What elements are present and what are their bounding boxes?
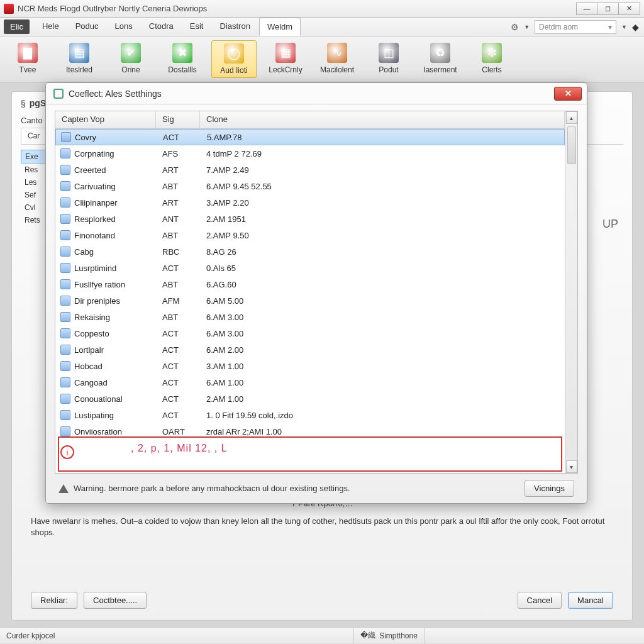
row-sig: OART bbox=[156, 427, 200, 436]
table-row[interactable]: CliipinanperART3.AMP 2.20 bbox=[55, 194, 565, 211]
row-icon bbox=[60, 394, 70, 404]
menu-item[interactable]: Lons bbox=[108, 18, 140, 36]
table-row[interactable]: LortlpalrACT6.AM 2.00 bbox=[55, 341, 565, 358]
table-row[interactable]: CabgRBC8.AG 26 bbox=[55, 243, 565, 260]
row-icon bbox=[60, 312, 70, 322]
table-row[interactable]: LustipatingACT1. 0 Fitf 19.59 cold,.izdo bbox=[55, 407, 565, 423]
toolbar-label: Dostallls bbox=[161, 65, 204, 74]
dialog-icon bbox=[53, 89, 64, 99]
table-row[interactable]: LusrptimindACT0.Als 65 bbox=[55, 260, 565, 276]
window-close-button[interactable]: ✕ bbox=[619, 3, 640, 15]
menu-elic[interactable]: Elic bbox=[4, 19, 30, 34]
row-sig: ABT bbox=[156, 313, 200, 322]
row-icon bbox=[60, 426, 70, 436]
menu-item[interactable]: Ctodra bbox=[142, 18, 181, 36]
row-name: Cliipinanper bbox=[74, 198, 118, 208]
menu-item-active[interactable]: Weldm bbox=[259, 18, 301, 36]
table-row[interactable]: CreertedART7.AMP 2.49 bbox=[55, 162, 565, 178]
row-sig: RBC bbox=[156, 247, 200, 257]
panel-footer: Rekliar: Coctbtee..... Cancel Mancal bbox=[31, 592, 613, 609]
row-icon bbox=[60, 328, 70, 338]
table-row[interactable]: ResplorkedANT2.AM 1951 bbox=[55, 211, 565, 227]
cancel-button[interactable]: Cancel bbox=[518, 592, 562, 609]
vertical-scrollbar[interactable]: ▴ ▾ bbox=[565, 111, 577, 473]
col-header-sig[interactable]: Sig bbox=[156, 111, 200, 128]
table-row[interactable]: FinonotandABT2.AMP 9.50 bbox=[55, 227, 565, 243]
badge-icon: ▇ bbox=[18, 43, 38, 63]
table-row[interactable]: Dir preniplesAFM6.AM 5.00 bbox=[55, 292, 565, 309]
paragraph-text: Have nwelanr is mehes. Out–a coided to v… bbox=[31, 516, 613, 538]
table-row[interactable]: ConouationalACT2.AM 1.00 bbox=[55, 391, 565, 407]
row-clone: 2.AM 1951 bbox=[200, 214, 565, 224]
table-row[interactable]: OnviiosrationOARTzrdal ARr 2;AMI 1.00 bbox=[55, 423, 565, 440]
row-icon bbox=[60, 148, 70, 158]
menu-item[interactable]: Diastron bbox=[212, 18, 257, 36]
toolbar-clerts[interactable]: ❇Clerts bbox=[469, 40, 514, 78]
table-row[interactable]: Fusllfye rationABT6.AG.60 bbox=[55, 276, 565, 292]
window-title: NCR Meds Flogd Outlryber Nortly Ceneria … bbox=[18, 4, 572, 13]
col-header-name[interactable]: Capten Vop bbox=[55, 111, 156, 128]
table-row[interactable]: CorpnatingAFS4 tdmP 2 72.69 bbox=[55, 145, 565, 162]
toolbar-macilolent[interactable]: ∿Macilolent bbox=[314, 40, 360, 78]
context-dropdown[interactable]: Detdm aom ▾ bbox=[535, 20, 616, 34]
row-clone: 6.AM 3.00 bbox=[200, 313, 565, 322]
table-row[interactable]: CarivuatingABT6.AMP 9.45 52.55 bbox=[55, 178, 565, 194]
menu-item[interactable]: Esit bbox=[182, 18, 211, 36]
toolbar-label: LeckCrnly bbox=[264, 65, 307, 74]
chevron-down-icon: ▾ bbox=[608, 23, 612, 31]
vicnings-button[interactable]: Vicnings bbox=[525, 480, 574, 497]
row-icon bbox=[60, 197, 70, 208]
coctbtee-button[interactable]: Coctbtee..... bbox=[84, 592, 147, 609]
toolbar-dostallls[interactable]: ✖Dostallls bbox=[160, 40, 205, 78]
window-maximize-button[interactable]: ◻ bbox=[597, 3, 619, 15]
table-row[interactable]: CangoadACT6.AM 1.00 bbox=[55, 374, 565, 391]
chrome-icon: ◯ bbox=[224, 43, 244, 64]
col-header-clone[interactable]: Clone bbox=[200, 111, 565, 128]
row-sig: ACT bbox=[156, 411, 200, 420]
warning-row: Warning. bermore park a before any mmaho… bbox=[58, 484, 350, 493]
row-name: Lortlpalr bbox=[74, 345, 104, 355]
table-row[interactable]: HobcadACT3.AM 1.00 bbox=[55, 358, 565, 374]
menu-item[interactable]: Hele bbox=[35, 18, 67, 36]
dialog-close-button[interactable]: ✕ bbox=[554, 87, 582, 101]
dropdown-placeholder: Detdm aom bbox=[539, 23, 578, 31]
right-up-label: UP bbox=[602, 218, 618, 231]
window-titlebar: NCR Meds Flogd Outlryber Nortly Ceneria … bbox=[0, 0, 644, 18]
bookmark-icon[interactable]: ◆ bbox=[632, 22, 639, 32]
toolbar-tvee[interactable]: ▇Tvee bbox=[5, 40, 50, 78]
section-tab[interactable]: Car bbox=[21, 128, 47, 144]
toolbar-podut[interactable]: ◫Podut bbox=[366, 40, 411, 78]
row-icon bbox=[60, 181, 70, 191]
row-sig: ART bbox=[156, 198, 200, 208]
toolbar-orine[interactable]: ✔Orine bbox=[108, 40, 153, 78]
row-clone: 3.AMP 2.20 bbox=[200, 198, 565, 208]
row-icon bbox=[60, 214, 70, 224]
table-row[interactable]: CovryACT5.AMP.78 bbox=[55, 129, 565, 145]
gear-dropdown-icon[interactable]: ▼ bbox=[524, 24, 530, 30]
row-clone: 6.AM 5.00 bbox=[200, 296, 565, 306]
toolbar-label: Macilolent bbox=[316, 65, 358, 74]
dialog-titlebar: Coeflect: Ales Setthings ✕ bbox=[46, 83, 587, 104]
toolbar-leckcrnly[interactable]: ▦LeckCrnly bbox=[263, 40, 308, 78]
table-row[interactable]: CoppestoACT6.AM 3.00 bbox=[55, 325, 565, 341]
table-row[interactable]: RekaisingABT6.AM 3.00 bbox=[55, 309, 565, 325]
window-minimize-button[interactable]: — bbox=[576, 3, 597, 15]
toolbar-aud iioti[interactable]: ◯Aud Iioti bbox=[211, 40, 257, 78]
scroll-down-arrow-icon[interactable]: ▾ bbox=[566, 460, 577, 473]
menu-item[interactable]: Poduc bbox=[68, 18, 106, 36]
scroll-up-arrow-icon[interactable]: ▴ bbox=[566, 111, 577, 124]
gear-icon[interactable]: ⚙ bbox=[511, 22, 519, 32]
secondary-dropdown-icon[interactable]: ▼ bbox=[621, 24, 627, 30]
toolbar-iteslrled[interactable]: ▤Iteslrled bbox=[57, 40, 102, 78]
row-clone: 4 tdmP 2 72.69 bbox=[200, 149, 565, 158]
scroll-thumb[interactable] bbox=[567, 126, 576, 164]
row-sig: ACT bbox=[156, 345, 200, 355]
row-clone: 2.AM 1.00 bbox=[200, 394, 565, 404]
row-name: Creerted bbox=[74, 165, 106, 175]
rekliar-button[interactable]: Rekliar: bbox=[31, 592, 77, 609]
toolbar-iaserment[interactable]: ♻Iaserment bbox=[418, 40, 463, 78]
row-sig: ACT bbox=[156, 264, 200, 273]
row-icon bbox=[60, 165, 70, 175]
mancal-button[interactable]: Mancal bbox=[568, 592, 613, 609]
row-clone: 1. 0 Fitf 19.59 cold,.izdo bbox=[200, 411, 565, 420]
